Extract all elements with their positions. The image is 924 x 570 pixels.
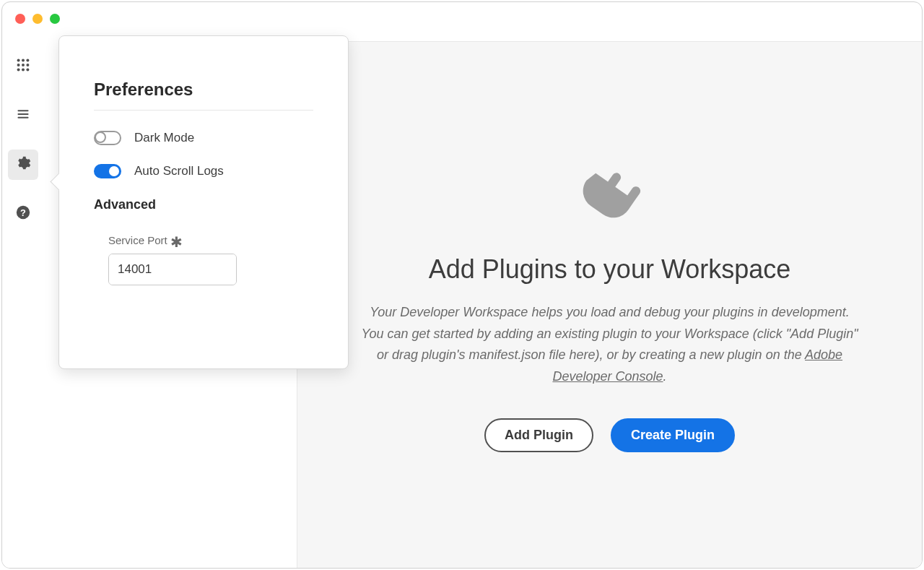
sidebar-item-settings[interactable] [8, 150, 38, 180]
svg-rect-9 [18, 110, 29, 111]
apps-icon [15, 57, 31, 76]
svg-point-6 [17, 68, 20, 71]
button-row: Add Plugin Create Plugin [484, 418, 735, 452]
svg-point-0 [17, 59, 20, 62]
dark-mode-label: Dark Mode [134, 131, 194, 145]
menu-icon [16, 107, 30, 124]
main-description: Your Developer Workspace helps you load … [357, 302, 863, 388]
svg-text:?: ? [20, 207, 26, 218]
titlebar [2, 2, 922, 35]
svg-point-5 [26, 64, 29, 66]
service-port-label-text: Service Port [108, 234, 167, 246]
add-plugin-button[interactable]: Add Plugin [484, 418, 593, 452]
svg-point-1 [22, 59, 25, 62]
gear-icon [15, 155, 31, 174]
body: ? Add Plugins to your Workspace Your Dev… [2, 35, 922, 568]
main-heading: Add Plugins to your Workspace [429, 254, 791, 285]
svg-rect-10 [18, 113, 29, 115]
create-plugin-button[interactable]: Create Plugin [611, 418, 735, 452]
svg-rect-11 [18, 117, 29, 118]
main-panel: Add Plugins to your Workspace Your Devel… [297, 41, 922, 568]
help-icon: ? [15, 204, 31, 223]
app-window: ? Add Plugins to your Workspace Your Dev… [1, 1, 923, 569]
service-port-group: Service Port✱ [108, 234, 313, 285]
svg-point-2 [26, 59, 29, 62]
plug-icon [574, 157, 646, 233]
maximize-window-button[interactable] [50, 14, 60, 24]
svg-point-8 [26, 68, 29, 71]
preferences-popover: Preferences Dark Mode Auto Scroll Logs A… [58, 35, 349, 369]
preferences-title: Preferences [94, 79, 313, 111]
pref-auto-scroll-row: Auto Scroll Logs [94, 164, 313, 178]
auto-scroll-label: Auto Scroll Logs [134, 164, 224, 178]
minimize-window-button[interactable] [32, 14, 43, 24]
advanced-heading: Advanced [94, 197, 313, 212]
desc-line-2a: You can get started by adding an existin… [361, 327, 858, 363]
service-port-label: Service Port✱ [108, 234, 313, 246]
close-window-button[interactable] [15, 14, 25, 24]
auto-scroll-toggle[interactable] [94, 164, 121, 178]
sidebar-item-list[interactable] [8, 100, 38, 131]
pref-dark-mode-row: Dark Mode [94, 131, 313, 145]
svg-point-3 [17, 64, 20, 66]
desc-line-1: Your Developer Workspace helps you load … [370, 305, 849, 319]
service-port-stepper [108, 254, 237, 285]
svg-point-4 [22, 64, 25, 66]
svg-point-7 [22, 68, 25, 71]
desc-line-2b: . [663, 369, 667, 384]
dark-mode-toggle[interactable] [94, 131, 121, 145]
required-asterisk: ✱ [170, 234, 183, 250]
sidebar-item-help[interactable]: ? [8, 199, 38, 229]
sidebar-item-apps[interactable] [8, 51, 38, 82]
service-port-input[interactable] [109, 254, 237, 285]
sidebar: ? [2, 35, 44, 568]
